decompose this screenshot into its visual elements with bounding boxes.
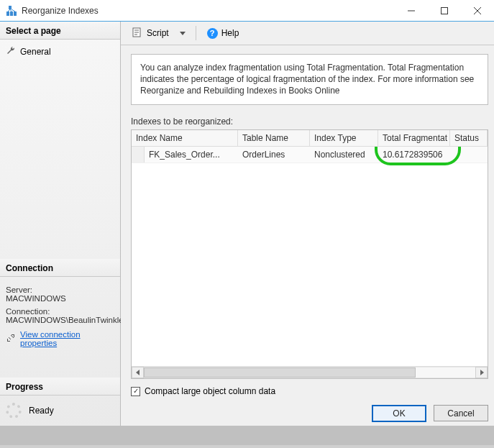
window-title: Reorganize Indexes [22,6,99,16]
svg-rect-2 [14,12,17,16]
svg-rect-5 [442,7,448,14]
connection-label: Connection: [6,307,114,316]
server-value: MACWINDOWS [6,294,114,303]
help-label: Help [221,28,239,38]
script-button[interactable]: Script [128,24,173,43]
script-icon [132,27,143,40]
window-controls [395,0,494,21]
grid-label: Indexes to be reorganized: [131,116,488,127]
connection-body: Server: MACWINDOWS Connection: MACWINDOW… [0,277,120,352]
connection-title: Connection [0,259,120,277]
select-page-title: Select a page [0,22,120,40]
content: Select a page General Connection Server:… [0,22,494,426]
row-handle[interactable] [132,147,145,163]
sidebar: Select a page General Connection Server:… [0,22,121,426]
col-index-name[interactable]: Index Name [132,130,238,146]
svg-marker-12 [136,370,139,375]
cell-total-fragmentation: 10.6172839506 [378,147,450,163]
horizontal-scrollbar[interactable] [132,366,488,378]
connection-properties-icon [6,333,16,344]
col-table-name[interactable]: Table Name [238,130,310,146]
main-inner: You can analyze index fragmentation usin… [121,45,494,403]
progress-status: Ready [29,406,54,416]
compact-checkbox-label: Compact large object column data [145,386,275,396]
progress-body: Ready [0,396,120,426]
cell-index-type: Nonclustered [310,147,378,163]
cell-status [450,152,488,157]
connection-value: MACWINDOWS\BeaulinTwinkle [6,316,114,324]
info-text: You can analyze index fragmentation usin… [131,54,488,105]
svg-rect-3 [9,6,12,9]
col-index-type[interactable]: Index Type [310,130,378,146]
page-list: General [0,40,120,63]
chevron-down-icon [180,32,186,35]
titlebar: Reorganize Indexes [0,0,494,22]
toolbar-separator [196,26,196,40]
toolbar: Script ? Help [121,22,494,45]
script-label: Script [147,28,169,38]
svg-marker-13 [480,370,484,375]
scroll-left-button[interactable] [132,367,144,378]
help-button[interactable]: ? Help [203,25,243,42]
sidebar-item-general[interactable]: General [6,44,114,59]
table-row[interactable]: FK_Sales_Order... OrderLines Nonclustere… [132,147,488,163]
app-icon [6,5,17,17]
wrench-icon [6,45,16,58]
maximize-button[interactable] [428,0,461,21]
scroll-track[interactable] [144,367,475,378]
cell-table-name: OrderLines [238,147,310,163]
progress-title: Progress [0,378,120,396]
col-status[interactable]: Status [450,130,488,146]
svg-rect-1 [10,12,13,16]
view-connection-properties-link[interactable]: View connection properties [20,330,114,347]
scroll-right-button[interactable] [475,367,488,378]
sidebar-item-label: General [20,47,51,57]
minimize-button[interactable] [395,0,428,21]
script-dropdown[interactable] [177,29,188,38]
dialog-footer: OK Cancel [121,403,494,426]
check-icon: ✓ [133,388,139,395]
cell-index-name: FK_Sales_Order... [145,147,238,163]
server-label: Server: [6,285,114,294]
grid-header: Index Name Table Name Index Type Total F… [132,130,488,147]
main-pane: Script ? Help You can analyze index frag… [121,22,494,426]
help-icon: ? [207,28,218,39]
svg-rect-0 [6,12,9,16]
ok-button[interactable]: OK [372,405,426,422]
image-border-artifact [0,445,494,448]
compact-checkbox[interactable]: ✓ [131,387,140,396]
scroll-thumb[interactable] [144,367,416,378]
titlebar-left: Reorganize Indexes [6,5,99,17]
progress-spinner-icon [6,403,22,419]
cancel-button[interactable]: Cancel [434,405,488,421]
compact-checkbox-row[interactable]: ✓ Compact large object column data [131,386,488,396]
grid-body: FK_Sales_Order... OrderLines Nonclustere… [132,147,488,366]
col-total-fragmentation[interactable]: Total Fragmentat [378,130,450,146]
indexes-grid: Index Name Table Name Index Type Total F… [131,129,488,379]
close-button[interactable] [461,0,494,21]
